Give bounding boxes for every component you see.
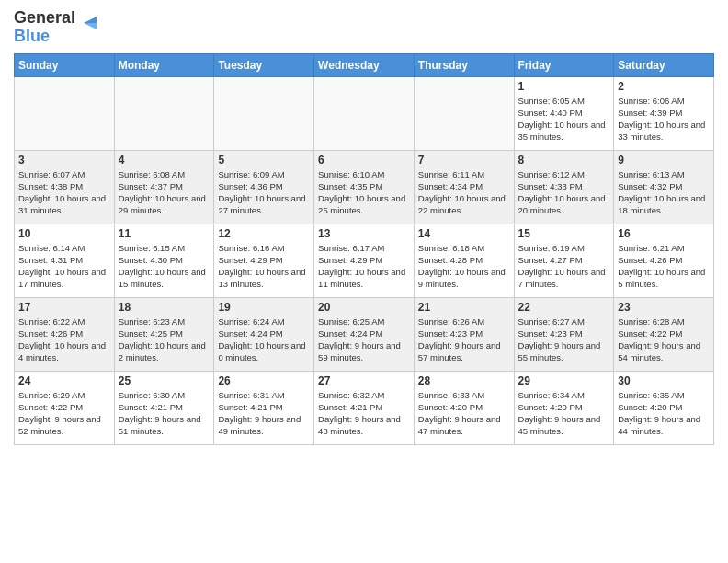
day-number: 10	[18, 227, 110, 240]
day-number: 3	[18, 154, 110, 167]
weekday-header: Thursday	[414, 53, 514, 76]
day-info: Sunrise: 6:27 AM Sunset: 4:23 PM Dayligh…	[518, 316, 610, 364]
calendar-cell: 10Sunrise: 6:14 AM Sunset: 4:31 PM Dayli…	[15, 224, 115, 297]
day-info: Sunrise: 6:06 AM Sunset: 4:39 PM Dayligh…	[618, 95, 710, 144]
calendar-cell	[414, 76, 514, 150]
weekday-header: Friday	[514, 53, 614, 76]
calendar-cell: 19Sunrise: 6:24 AM Sunset: 4:24 PM Dayli…	[214, 297, 314, 371]
calendar-cell	[214, 76, 314, 150]
calendar-cell: 21Sunrise: 6:26 AM Sunset: 4:23 PM Dayli…	[414, 297, 514, 371]
calendar-cell	[114, 76, 214, 150]
logo-text-block: General Blue	[14, 9, 75, 46]
logo-general-text: General	[14, 9, 75, 28]
calendar-cell: 24Sunrise: 6:29 AM Sunset: 4:22 PM Dayli…	[15, 371, 115, 444]
calendar-cell: 30Sunrise: 6:35 AM Sunset: 4:20 PM Dayli…	[614, 371, 714, 444]
calendar-header-row: SundayMondayTuesdayWednesdayThursdayFrid…	[15, 53, 714, 76]
header: General Blue	[14, 9, 714, 46]
calendar-cell: 9Sunrise: 6:13 AM Sunset: 4:32 PM Daylig…	[614, 150, 714, 224]
day-number: 22	[518, 301, 610, 314]
weekday-header: Wednesday	[314, 53, 415, 76]
day-number: 17	[18, 301, 110, 314]
day-info: Sunrise: 6:18 AM Sunset: 4:28 PM Dayligh…	[418, 242, 510, 291]
calendar-week-row: 24Sunrise: 6:29 AM Sunset: 4:22 PM Dayli…	[15, 371, 714, 444]
day-info: Sunrise: 6:21 AM Sunset: 4:26 PM Dayligh…	[618, 242, 710, 291]
calendar-cell: 2Sunrise: 6:06 AM Sunset: 4:39 PM Daylig…	[614, 76, 714, 150]
day-number: 9	[618, 154, 710, 167]
day-info: Sunrise: 6:13 AM Sunset: 4:32 PM Dayligh…	[618, 168, 710, 217]
day-info: Sunrise: 6:10 AM Sunset: 4:35 PM Dayligh…	[318, 168, 410, 217]
calendar-cell: 28Sunrise: 6:33 AM Sunset: 4:20 PM Dayli…	[414, 371, 514, 444]
svg-marker-0	[84, 17, 97, 23]
day-number: 28	[418, 374, 510, 387]
day-number: 13	[318, 227, 410, 240]
calendar-cell: 3Sunrise: 6:07 AM Sunset: 4:38 PM Daylig…	[15, 150, 115, 224]
calendar-cell: 11Sunrise: 6:15 AM Sunset: 4:30 PM Dayli…	[114, 224, 214, 297]
day-info: Sunrise: 6:34 AM Sunset: 4:20 PM Dayligh…	[518, 389, 610, 438]
calendar-cell: 16Sunrise: 6:21 AM Sunset: 4:26 PM Dayli…	[614, 224, 714, 297]
calendar-cell	[15, 76, 115, 150]
logo-wrapper: General Blue	[14, 9, 102, 46]
day-number: 30	[618, 374, 710, 387]
svg-marker-1	[84, 23, 97, 29]
weekday-header: Saturday	[614, 53, 714, 76]
day-info: Sunrise: 6:11 AM Sunset: 4:34 PM Dayligh…	[418, 168, 510, 217]
calendar-cell: 25Sunrise: 6:30 AM Sunset: 4:21 PM Dayli…	[114, 371, 214, 444]
day-number: 25	[119, 374, 210, 387]
day-number: 5	[218, 154, 310, 167]
day-number: 1	[518, 80, 610, 93]
day-number: 2	[618, 80, 710, 93]
day-info: Sunrise: 6:05 AM Sunset: 4:40 PM Dayligh…	[518, 95, 610, 144]
day-number: 6	[318, 154, 410, 167]
day-info: Sunrise: 6:07 AM Sunset: 4:38 PM Dayligh…	[18, 168, 110, 217]
calendar-cell: 15Sunrise: 6:19 AM Sunset: 4:27 PM Dayli…	[514, 224, 614, 297]
day-info: Sunrise: 6:33 AM Sunset: 4:20 PM Dayligh…	[418, 389, 510, 438]
day-number: 19	[218, 301, 310, 314]
day-number: 24	[18, 374, 110, 387]
day-info: Sunrise: 6:35 AM Sunset: 4:20 PM Dayligh…	[618, 389, 710, 438]
weekday-header: Monday	[114, 53, 214, 76]
calendar-cell: 13Sunrise: 6:17 AM Sunset: 4:29 PM Dayli…	[314, 224, 415, 297]
weekday-header: Tuesday	[214, 53, 314, 76]
calendar-cell: 5Sunrise: 6:09 AM Sunset: 4:36 PM Daylig…	[214, 150, 314, 224]
calendar-cell: 23Sunrise: 6:28 AM Sunset: 4:22 PM Dayli…	[614, 297, 714, 371]
day-number: 23	[618, 301, 710, 314]
calendar-cell: 17Sunrise: 6:22 AM Sunset: 4:26 PM Dayli…	[15, 297, 115, 371]
day-info: Sunrise: 6:19 AM Sunset: 4:27 PM Dayligh…	[518, 242, 610, 291]
day-info: Sunrise: 6:25 AM Sunset: 4:24 PM Dayligh…	[318, 316, 410, 364]
day-number: 14	[418, 227, 510, 240]
weekday-header: Sunday	[15, 53, 115, 76]
day-number: 18	[119, 301, 210, 314]
day-info: Sunrise: 6:17 AM Sunset: 4:29 PM Dayligh…	[318, 242, 410, 291]
calendar-cell: 4Sunrise: 6:08 AM Sunset: 4:37 PM Daylig…	[114, 150, 214, 224]
calendar-body: 1Sunrise: 6:05 AM Sunset: 4:40 PM Daylig…	[15, 76, 714, 444]
day-info: Sunrise: 6:15 AM Sunset: 4:30 PM Dayligh…	[119, 242, 210, 291]
day-number: 21	[418, 301, 510, 314]
day-number: 8	[518, 154, 610, 167]
day-number: 20	[318, 301, 410, 314]
day-info: Sunrise: 6:32 AM Sunset: 4:21 PM Dayligh…	[318, 389, 410, 438]
calendar-cell: 26Sunrise: 6:31 AM Sunset: 4:21 PM Dayli…	[214, 371, 314, 444]
day-number: 16	[618, 227, 710, 240]
calendar-cell: 1Sunrise: 6:05 AM Sunset: 4:40 PM Daylig…	[514, 76, 614, 150]
calendar-week-row: 1Sunrise: 6:05 AM Sunset: 4:40 PM Daylig…	[15, 76, 714, 150]
calendar-cell	[314, 76, 415, 150]
calendar-cell: 12Sunrise: 6:16 AM Sunset: 4:29 PM Dayli…	[214, 224, 314, 297]
day-info: Sunrise: 6:08 AM Sunset: 4:37 PM Dayligh…	[119, 168, 210, 217]
day-info: Sunrise: 6:23 AM Sunset: 4:25 PM Dayligh…	[119, 316, 210, 364]
day-info: Sunrise: 6:12 AM Sunset: 4:33 PM Dayligh…	[518, 168, 610, 217]
calendar-week-row: 3Sunrise: 6:07 AM Sunset: 4:38 PM Daylig…	[15, 150, 714, 224]
calendar-table: SundayMondayTuesdayWednesdayThursdayFrid…	[14, 53, 714, 445]
calendar-cell: 20Sunrise: 6:25 AM Sunset: 4:24 PM Dayli…	[314, 297, 415, 371]
calendar-week-row: 10Sunrise: 6:14 AM Sunset: 4:31 PM Dayli…	[15, 224, 714, 297]
calendar-cell: 8Sunrise: 6:12 AM Sunset: 4:33 PM Daylig…	[514, 150, 614, 224]
calendar-cell: 29Sunrise: 6:34 AM Sunset: 4:20 PM Dayli…	[514, 371, 614, 444]
day-number: 26	[218, 374, 310, 387]
day-number: 27	[318, 374, 410, 387]
day-info: Sunrise: 6:29 AM Sunset: 4:22 PM Dayligh…	[18, 389, 110, 438]
day-number: 7	[418, 154, 510, 167]
page-container: General Blue SundayMondayTuesdayWednesda…	[0, 0, 728, 454]
day-info: Sunrise: 6:28 AM Sunset: 4:22 PM Dayligh…	[618, 316, 710, 364]
day-number: 12	[218, 227, 310, 240]
day-info: Sunrise: 6:31 AM Sunset: 4:21 PM Dayligh…	[218, 389, 310, 438]
day-number: 15	[518, 227, 610, 240]
